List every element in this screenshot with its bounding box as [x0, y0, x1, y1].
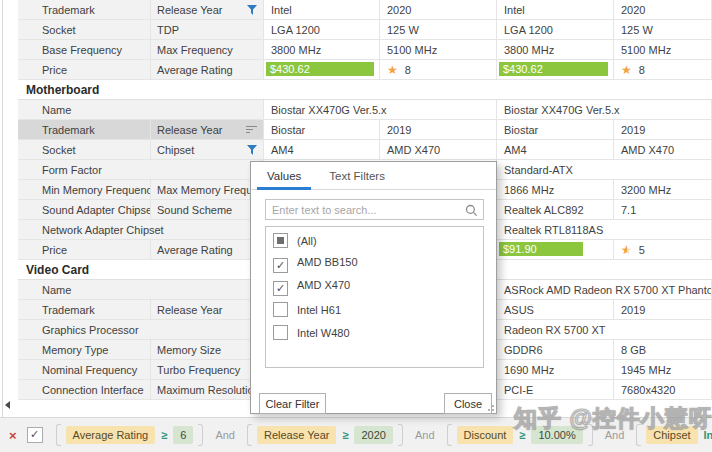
- indeterminate-checkbox[interactable]: [273, 233, 288, 248]
- value-cell[interactable]: 3200 MHz: [614, 180, 712, 200]
- value-cell[interactable]: 3800 MHz: [497, 40, 614, 60]
- row-header[interactable]: Name: [18, 280, 264, 300]
- value-cell[interactable]: 2019: [614, 300, 712, 320]
- filter-field-token[interactable]: Average Rating: [66, 426, 156, 444]
- value-cell[interactable]: 7680x4320: [614, 380, 712, 400]
- row-header[interactable]: Graphics Processor: [18, 320, 264, 340]
- value-cell[interactable]: Standard-ATX: [497, 160, 712, 180]
- remove-filter-icon[interactable]: ×: [9, 428, 17, 443]
- resize-grip-icon[interactable]: [485, 402, 495, 412]
- value-cell[interactable]: AM4: [264, 140, 380, 160]
- filter-menu-icon[interactable]: [246, 126, 257, 135]
- filter-joiner[interactable]: And: [215, 429, 235, 441]
- filter-enabled-checkbox[interactable]: ✓: [27, 427, 43, 443]
- value-cell[interactable]: $91.90: [497, 240, 614, 260]
- row-header[interactable]: Trademark: [18, 0, 151, 20]
- filter-value-token[interactable]: 6: [173, 426, 193, 444]
- filter-joiner[interactable]: And: [415, 429, 435, 441]
- value-cell[interactable]: AM4: [497, 140, 614, 160]
- row-header[interactable]: Trademark: [18, 120, 151, 140]
- value-cell[interactable]: ★8: [614, 60, 712, 80]
- value-cell[interactable]: 125 W: [614, 20, 712, 40]
- value-cell[interactable]: ★★5: [614, 240, 712, 260]
- row-header[interactable]: Memory Size: [151, 340, 264, 360]
- value-cell[interactable]: 3800 MHz: [264, 40, 380, 60]
- row-header[interactable]: Release Year: [151, 300, 264, 320]
- value-cell[interactable]: ASUS: [497, 300, 614, 320]
- row-header[interactable]: Trademark: [18, 300, 151, 320]
- tab-text-filters[interactable]: Text Filters: [317, 162, 397, 190]
- value-cell[interactable]: 1945 MHz: [614, 360, 712, 380]
- value-cell[interactable]: LGA 1200: [264, 20, 380, 40]
- value-cell[interactable]: 125 W: [380, 20, 497, 40]
- filter-list-item[interactable]: (All): [266, 230, 483, 253]
- filter-list-item[interactable]: Intel W480: [266, 322, 483, 345]
- row-header[interactable]: Max Frequency: [151, 40, 264, 60]
- row-header[interactable]: Socket: [18, 140, 151, 160]
- row-header[interactable]: Memory Type: [18, 340, 151, 360]
- filter-search-input[interactable]: Enter text to search...: [265, 199, 484, 220]
- row-header[interactable]: Connection Interface: [18, 380, 151, 400]
- value-cell[interactable]: LGA 1200: [497, 20, 614, 40]
- tab-values[interactable]: Values: [255, 162, 313, 190]
- row-header[interactable]: Form Factor: [18, 160, 264, 180]
- row-header[interactable]: TDP: [151, 20, 264, 40]
- value-cell[interactable]: Radeon RX 5700 XT: [497, 320, 712, 340]
- row-header[interactable]: Min Memory Frequency: [18, 180, 151, 200]
- value-cell[interactable]: Biostar XX470G Ver.5.x: [264, 100, 497, 120]
- row-header[interactable]: Socket: [18, 20, 151, 40]
- row-header[interactable]: Release Year: [151, 0, 264, 20]
- row-header[interactable]: Price: [18, 240, 151, 260]
- filter-value-token[interactable]: 2020: [354, 426, 392, 444]
- value-cell[interactable]: $430.62: [264, 60, 380, 80]
- value-cell[interactable]: 2020: [380, 0, 497, 20]
- value-cell[interactable]: ★8: [380, 60, 497, 80]
- checked-checkbox[interactable]: ✓: [273, 281, 288, 296]
- value-cell[interactable]: 2019: [380, 120, 497, 140]
- value-cell[interactable]: 2019: [614, 120, 712, 140]
- value-cell[interactable]: Realtek ALC892: [497, 200, 614, 220]
- checked-checkbox[interactable]: ✓: [273, 258, 288, 273]
- row-header[interactable]: Sound Scheme: [151, 200, 264, 220]
- filter-field-token[interactable]: Release Year: [257, 426, 336, 444]
- clear-filter-button[interactable]: Clear Filter: [259, 393, 326, 414]
- filter-operator[interactable]: ≥: [161, 429, 167, 441]
- value-cell[interactable]: PCI-E: [497, 380, 614, 400]
- value-cell[interactable]: 2020: [614, 0, 712, 20]
- row-header[interactable]: Turbo Frequency: [151, 360, 264, 380]
- value-cell[interactable]: Biostar: [497, 120, 614, 140]
- row-header[interactable]: Release Year: [151, 120, 264, 140]
- value-cell[interactable]: 1690 MHz: [497, 360, 614, 380]
- value-cell[interactable]: Realtek RTL8118AS: [497, 220, 712, 240]
- row-header[interactable]: Nominal Frequency: [18, 360, 151, 380]
- value-cell[interactable]: 7.1: [614, 200, 712, 220]
- filter-field-token[interactable]: Discount: [457, 426, 514, 444]
- value-cell[interactable]: Intel: [264, 0, 380, 20]
- row-header[interactable]: Sound Adapter Chipset: [18, 200, 151, 220]
- row-header[interactable]: Average Rating: [151, 60, 264, 80]
- value-cell[interactable]: Intel: [497, 0, 614, 20]
- filter-list-item[interactable]: Intel H61: [266, 299, 483, 322]
- scroll-left-arrow-icon[interactable]: [5, 401, 10, 409]
- category-row[interactable]: Motherboard: [18, 80, 712, 100]
- row-header[interactable]: Average Rating: [151, 240, 264, 260]
- filter-list-item[interactable]: ✓AMD X470: [266, 276, 483, 299]
- row-header[interactable]: Chipset: [151, 140, 264, 160]
- value-cell[interactable]: AMD X470: [614, 140, 712, 160]
- filter-operator[interactable]: ≥: [342, 429, 348, 441]
- value-cell[interactable]: Biostar XX470G Ver.5.x: [497, 100, 712, 120]
- value-cell[interactable]: 1866 MHz: [497, 180, 614, 200]
- value-cell[interactable]: Biostar: [264, 120, 380, 140]
- row-header[interactable]: Network Adapter Chipset: [18, 220, 264, 240]
- value-cell[interactable]: GDDR6: [497, 340, 614, 360]
- value-cell[interactable]: AMD X470: [380, 140, 497, 160]
- unchecked-checkbox[interactable]: [273, 302, 288, 317]
- row-header[interactable]: Base Frequency: [18, 40, 151, 60]
- value-cell[interactable]: ASRock AMD Radeon RX 5700 XT Phantom G: [497, 280, 712, 300]
- filter-list-item[interactable]: ✓AMD BB150: [266, 253, 483, 276]
- row-header[interactable]: Maximum Resolution: [151, 380, 264, 400]
- value-cell[interactable]: 5100 MHz: [380, 40, 497, 60]
- row-header[interactable]: Max Memory Frequency: [151, 180, 264, 200]
- value-cell[interactable]: $430.62: [497, 60, 614, 80]
- row-header[interactable]: Price: [18, 60, 151, 80]
